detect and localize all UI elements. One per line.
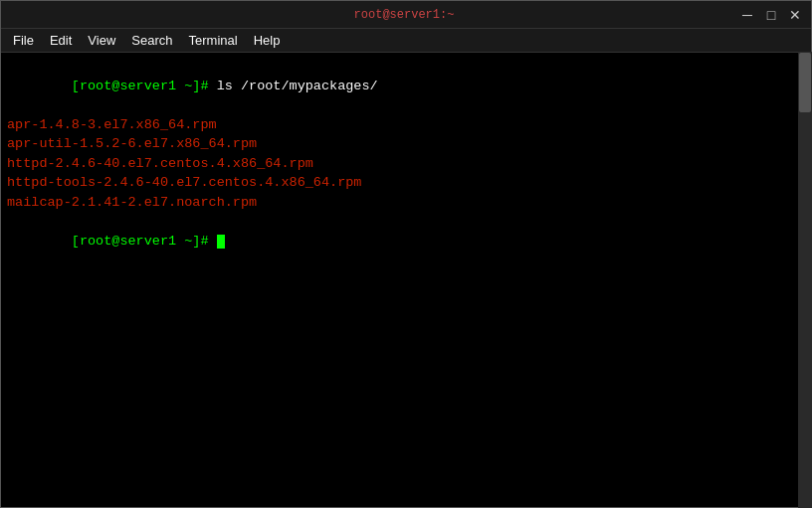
menu-bar: File Edit View Search Terminal Help (1, 29, 811, 53)
title-bar: root@server1:~ ─ □ ✕ (1, 1, 811, 29)
maximize-button[interactable]: □ (763, 7, 779, 23)
terminal-line-5: httpd-tools-2.4.6-40.el7.centos.4.x86_64… (7, 173, 805, 193)
terminal-line-1: [root@server1 ~]# ls /root/mypackages/ (7, 57, 805, 115)
prompt-1: [root@server1 ~]# (72, 79, 217, 93)
menu-view[interactable]: View (80, 31, 123, 50)
window-title: root@server1:~ (69, 8, 739, 22)
minimize-button[interactable]: ─ (739, 7, 755, 23)
terminal-line-7: [root@server1 ~]# (7, 213, 805, 271)
terminal-line-6: mailcap-2.1.41-2.el7.noarch.rpm (7, 193, 805, 213)
menu-help[interactable]: Help (246, 31, 289, 50)
terminal-line-2: apr-1.4.8-3.el7.x86_64.rpm (7, 115, 805, 135)
close-button[interactable]: ✕ (787, 7, 803, 23)
terminal-line-4: httpd-2.4.6-40.el7.centos.4.x86_64.rpm (7, 154, 805, 174)
terminal-line-3: apr-util-1.5.2-6.el7.x86_64.rpm (7, 134, 805, 154)
prompt-2: [root@server1 ~]# (72, 234, 217, 249)
menu-file[interactable]: File (5, 31, 42, 50)
scrollbar-thumb[interactable] (799, 53, 811, 112)
scrollbar[interactable] (798, 52, 812, 508)
menu-edit[interactable]: Edit (42, 31, 80, 50)
terminal-window: root@server1:~ ─ □ ✕ File Edit View Sear… (0, 0, 812, 508)
menu-search[interactable]: Search (123, 31, 180, 50)
cursor-block (217, 235, 225, 249)
window-controls: ─ □ ✕ (739, 7, 803, 23)
command-1: ls /root/mypackages/ (217, 79, 378, 93)
menu-terminal[interactable]: Terminal (181, 31, 246, 50)
terminal-body[interactable]: [root@server1 ~]# ls /root/mypackages/ a… (1, 53, 811, 507)
